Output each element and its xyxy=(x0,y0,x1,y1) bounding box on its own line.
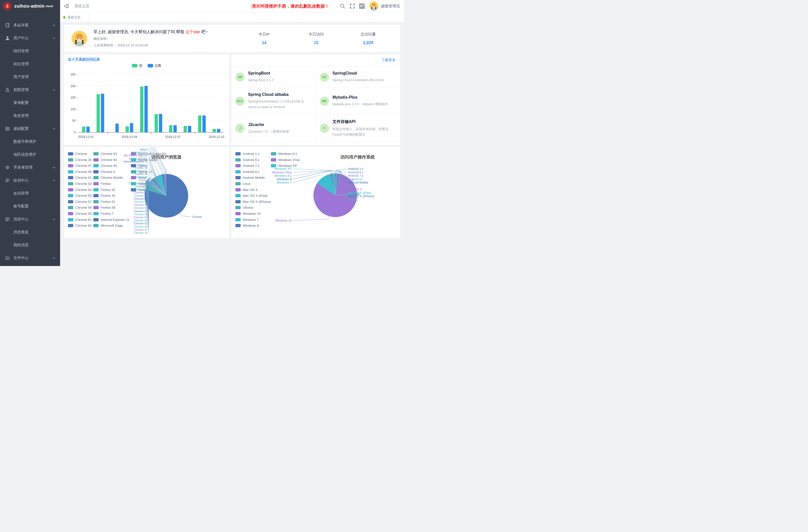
legend-item[interactable]: Firefox 42 xyxy=(93,188,131,191)
legend-item[interactable]: Ubuntu xyxy=(235,206,271,209)
legend-item[interactable]: Mac OS X xyxy=(235,188,271,191)
bar-总数-2019-12-08[interactable] xyxy=(188,126,191,132)
legend-item[interactable]: Android 6.x xyxy=(235,158,271,162)
legend-item[interactable]: Opera xyxy=(131,164,169,167)
star-link[interactable]: 点个star xyxy=(185,30,200,34)
user-avatar[interactable] xyxy=(369,1,379,11)
sidebar-subitem-1-1[interactable]: 岗位管理 xyxy=(0,58,60,71)
legend-item[interactable]: Chrome Mobile xyxy=(93,176,131,179)
legend-item[interactable]: Chrome 47 xyxy=(68,164,93,167)
sidebar-subitem-3-1[interactable]: 地区信息维护 xyxy=(0,148,60,161)
legend-item[interactable]: Opera 12 xyxy=(131,170,169,173)
legend-item[interactable]: Android Mobile xyxy=(235,176,271,179)
tab-home[interactable]: 系统主页 xyxy=(60,13,89,22)
bar-总数-2019-12-09[interactable] xyxy=(202,115,206,132)
legend-item[interactable]: Firefox 45 xyxy=(93,194,131,197)
legend-item[interactable]: Firefox xyxy=(93,182,131,185)
legend-item[interactable]: Microsoft Edge xyxy=(93,224,131,227)
bar-您-2019-12-10[interactable] xyxy=(213,129,216,132)
bar-您-2019-12-05[interactable] xyxy=(140,87,143,132)
welcome-avatar xyxy=(72,31,87,47)
bar-您-2019-12-03[interactable] xyxy=(111,132,114,132)
legend-item[interactable]: Linux xyxy=(235,182,271,185)
legend-item[interactable]: Windows 7 xyxy=(235,218,271,221)
bar-总数-2019-12-06[interactable] xyxy=(159,114,162,132)
bar-总数-2019-12-05[interactable] xyxy=(144,86,148,132)
sidebar-subitem-2-1[interactable]: 角色管理 xyxy=(0,109,60,122)
legend-swatch xyxy=(93,152,99,155)
sidebar-subitem-2-0[interactable]: 菜单配置 xyxy=(0,96,60,109)
legend-item[interactable]: Chrome xyxy=(68,152,93,155)
legend-item[interactable]: Windows 8 xyxy=(235,224,271,227)
legend-item[interactable]: Windows 8.1 xyxy=(271,152,309,155)
legend-item[interactable]: Chrome 26 xyxy=(68,158,93,162)
sidebar-item-group-6[interactable]: 消息中心 xyxy=(0,213,60,226)
bar-总数-2019-12-07[interactable] xyxy=(173,125,177,132)
sidebar-subitem-3-0[interactable]: 数据字典维护 xyxy=(0,135,60,148)
bar-总数-2019-12-04[interactable] xyxy=(130,123,133,132)
sidebar-item-group-1[interactable]: 用户中心 xyxy=(0,32,60,44)
legend-item[interactable]: Chrome 55 xyxy=(68,194,93,197)
menu-fold-icon[interactable] xyxy=(64,3,69,9)
legend-item-you[interactable]: 您 xyxy=(132,63,143,68)
bar-总数-2019-12-03[interactable] xyxy=(115,124,119,132)
fullscreen-icon[interactable] xyxy=(349,3,355,9)
legend-item[interactable]: Firefox 7 xyxy=(93,212,131,215)
bar-您-2019-12-09[interactable] xyxy=(198,115,201,132)
bar-总数-2019-12-01[interactable] xyxy=(87,127,90,132)
sidebar-subitem-6-1[interactable]: 我的消息 xyxy=(0,239,60,252)
legend-item[interactable]: Internet Explorer 11 xyxy=(93,218,131,221)
bar-总数-2019-12-02[interactable] xyxy=(101,94,104,132)
sidebar-subitem-5-0[interactable]: 短信管理 xyxy=(0,187,60,200)
bar-您-2019-12-01[interactable] xyxy=(82,127,86,132)
legend-item[interactable]: Mac OS X (iPhone) xyxy=(235,200,271,203)
learn-more-link[interactable]: 了解更多 xyxy=(382,58,396,62)
bar-您-2019-12-04[interactable] xyxy=(126,126,129,132)
legend-item[interactable]: Windows 10 xyxy=(235,212,271,215)
sidebar-subitem-1-2[interactable]: 用户管理 xyxy=(0,71,60,84)
sidebar-subitem-6-0[interactable]: 消息推送 xyxy=(0,226,60,239)
legend-item[interactable]: Chrome 65 xyxy=(93,164,131,167)
sidebar-item-group-7[interactable]: 文件中心 xyxy=(0,252,60,264)
legend-item[interactable]: Chrome 61 xyxy=(68,218,93,221)
language-icon[interactable]: A文 xyxy=(359,3,365,9)
legend-item[interactable]: Chrome 64 xyxy=(93,158,131,162)
legend-item[interactable]: Chrome 8 xyxy=(93,170,131,173)
bar-您-2019-12-06[interactable] xyxy=(155,114,158,132)
legend-item[interactable]: Firefox 56 xyxy=(93,206,131,209)
legend-item[interactable]: Chrome 58 xyxy=(68,206,93,209)
legend-item[interactable]: Mac OS X (iPad) xyxy=(235,194,271,197)
legend-item[interactable]: Chrome 59 xyxy=(68,212,93,215)
legend-item-total[interactable]: 总数 xyxy=(148,63,162,68)
legend-item[interactable]: Android 1.x xyxy=(235,152,271,155)
legend-item[interactable]: Chrome 63 xyxy=(93,152,131,155)
legend-item[interactable]: Chrome 49 xyxy=(68,170,93,173)
legend-item[interactable]: Android 7.x xyxy=(235,164,271,167)
legend-item[interactable]: Android 8.x xyxy=(235,170,271,173)
sidebar-item-group-3[interactable]: 基础配置 xyxy=(0,122,60,135)
legend-item[interactable]: Firefox 51 xyxy=(93,200,131,203)
legend-item[interactable]: Chrome 57 xyxy=(68,200,93,203)
sidebar-subitem-5-1[interactable]: 账号配置 xyxy=(0,200,60,213)
bar-您-2019-12-08[interactable] xyxy=(184,126,187,132)
sidebar-item-group-0[interactable]: 务必详看 xyxy=(0,19,60,32)
legend-swatch xyxy=(68,194,73,197)
sidebar-item-group-5[interactable]: 短信中心 xyxy=(0,174,60,187)
legend-item[interactable]: Chrome 62 xyxy=(68,224,93,227)
demo-warning-text: 演示环境维护不易，请勿乱删乱改数据！ xyxy=(252,3,329,9)
search-icon[interactable] xyxy=(340,3,345,9)
bar-您-2019-12-07[interactable] xyxy=(169,125,172,132)
legend-label: Chrome 58 xyxy=(75,206,92,209)
pie-label-Chrome: Chrome xyxy=(192,215,202,218)
legend-item[interactable]: Windows XP xyxy=(271,164,309,167)
legend-item[interactable]: Chrome 53 xyxy=(68,182,93,185)
legend-item[interactable]: Windows Vista xyxy=(271,158,309,162)
bar-您-2019-12-02[interactable] xyxy=(97,94,100,132)
sidebar-item-group-4[interactable]: 开发者管理 xyxy=(0,161,60,174)
legend-item[interactable]: Chrome 51 xyxy=(68,176,93,179)
bar-总数-2019-12-10[interactable] xyxy=(217,129,220,132)
legend-item[interactable]: Chrome 54 xyxy=(68,188,93,191)
sidebar-subitem-1-0[interactable]: 组织管理 xyxy=(0,44,60,58)
sidebar-item-group-2[interactable]: 权限管理 xyxy=(0,84,60,96)
app-logo[interactable]: Z zuihou-admin cloud xyxy=(0,0,60,12)
